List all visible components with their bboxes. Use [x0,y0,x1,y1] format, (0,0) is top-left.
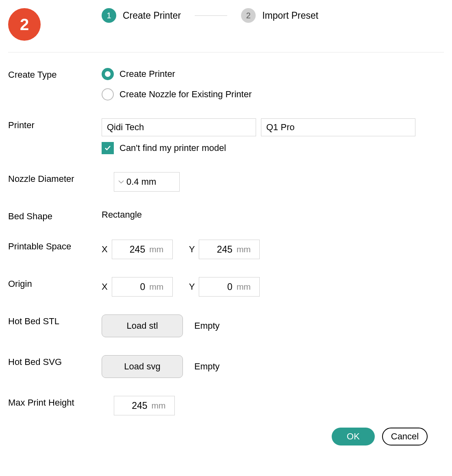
row-printable-space: Printable Space X mm Y mm [8,240,444,259]
cancel-button[interactable]: Cancel [382,428,428,445]
row-nozzle: Nozzle Diameter 0.4 mm [8,172,444,192]
step-badge: 2 [8,8,41,41]
printable-x-input[interactable]: mm [112,240,173,259]
max-height-input[interactable]: mm [114,396,175,415]
load-stl-button[interactable]: Load stl [102,314,183,337]
printable-x-label: X [102,244,108,255]
radio-icon [102,68,114,80]
label-printer: Printer [8,118,102,131]
footer-buttons: OK Cancel [8,424,444,445]
row-printer: Printer Can't find my printer model [8,118,444,154]
wizard-steps: 1 Create Printer 2 Import Preset [102,8,318,23]
step-1-label: Create Printer [123,10,181,21]
unit-label: mm [237,282,251,292]
printable-x-value[interactable] [121,244,145,255]
printable-y-label: Y [189,244,195,255]
create-type-radio-group: Create Printer Create Nozzle for Existin… [102,68,444,100]
origin-y-label: Y [189,282,195,292]
header-bar: 2 1 Create Printer 2 Import Preset [8,8,444,52]
label-hot-bed-svg: Hot Bed SVG [8,355,102,367]
label-max-height: Max Print Height [8,396,102,408]
row-bed-shape: Bed Shape Rectangle [8,210,444,222]
label-printable-space: Printable Space [8,240,102,252]
form-area: Create Type Create Printer Create Nozzle… [8,52,444,445]
stl-status: Empty [194,321,219,331]
origin-x-label: X [102,282,108,292]
origin-y-value[interactable] [208,282,233,293]
printer-brand-input[interactable] [102,118,256,136]
radio-icon [102,88,114,100]
nozzle-dropdown[interactable]: 0.4 mm [114,172,180,192]
row-max-height: Max Print Height mm [8,396,444,415]
label-hot-bed-stl: Hot Bed STL [8,314,102,327]
step-connector [195,15,227,16]
radio-create-printer[interactable]: Create Printer [102,68,444,80]
unit-label: mm [149,282,163,292]
row-origin: Origin X mm Y mm [8,277,444,297]
printable-y-value[interactable] [208,244,233,255]
step-1-circle[interactable]: 1 [102,8,116,23]
bed-shape-value: Rectangle [102,210,142,220]
radio-label: Create Nozzle for Existing Printer [120,89,252,100]
nozzle-value: 0.4 mm [126,177,156,187]
max-height-value[interactable] [123,400,148,411]
checkbox-cant-find[interactable]: Can't find my printer model [102,142,444,154]
printable-y-input[interactable]: mm [199,240,260,259]
ok-button[interactable]: OK [332,428,375,445]
step-2-label: Import Preset [262,10,318,21]
origin-x-input[interactable]: mm [112,277,173,297]
origin-x-value[interactable] [121,282,145,293]
row-create-type: Create Type Create Printer Create Nozzle… [8,68,444,100]
radio-create-nozzle[interactable]: Create Nozzle for Existing Printer [102,88,444,100]
checkmark-icon [102,142,114,154]
unit-label: mm [152,401,166,410]
row-hot-bed-svg: Hot Bed SVG Load svg Empty [8,355,444,378]
origin-y-input[interactable]: mm [199,277,260,297]
step-2-circle[interactable]: 2 [241,8,256,23]
unit-label: mm [237,245,251,254]
label-nozzle: Nozzle Diameter [8,172,102,184]
radio-label: Create Printer [120,69,175,79]
label-origin: Origin [8,277,102,289]
svg-status: Empty [194,361,219,372]
unit-label: mm [149,245,163,254]
row-hot-bed-stl: Hot Bed STL Load stl Empty [8,314,444,337]
label-bed-shape: Bed Shape [8,210,102,222]
label-create-type: Create Type [8,68,102,80]
checkbox-label: Can't find my printer model [120,143,226,153]
printer-model-input[interactable] [261,118,415,136]
load-svg-button[interactable]: Load svg [102,355,183,378]
chevron-down-icon [118,179,124,185]
